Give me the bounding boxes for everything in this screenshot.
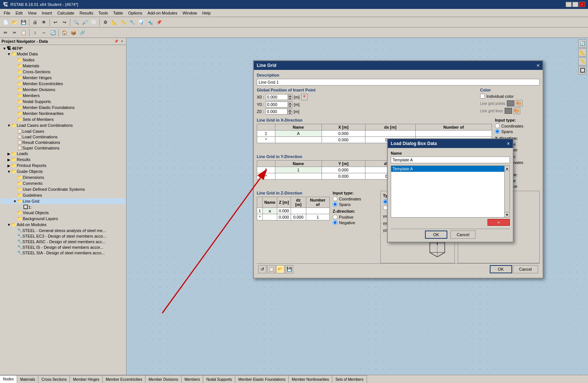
toolbar-extra-7[interactable]: 📌: [155, 18, 163, 26]
sidebar-item-materials[interactable]: 📁 Materials: [1, 63, 125, 69]
y-rowstar-y[interactable]: 0.000: [322, 173, 365, 180]
sidebar-item-load-combinations[interactable]: 📋 Load Combinations: [1, 134, 125, 139]
sidebar-item-steel-aisc[interactable]: 🔧 STEEL AISC - Design of steel members a…: [1, 239, 125, 244]
zoom-in-button[interactable]: 🔍: [72, 18, 80, 26]
x-spans-radio-input[interactable]: [495, 129, 500, 134]
load-dialog-list-item[interactable]: Template A: [391, 166, 509, 172]
sidebar-item-cross-sections[interactable]: 📁 Cross-Sections: [1, 69, 125, 75]
sidebar-item-nodes[interactable]: 📁 Nodes: [1, 57, 125, 63]
bottom-btn-reset[interactable]: ↺: [258, 265, 266, 273]
scrollbar-down[interactable]: ▼: [505, 212, 509, 217]
sidebar-item-line-grid-1[interactable]: 🔲 1:: [1, 204, 125, 210]
toolbar-extra-4[interactable]: 🔧: [128, 18, 136, 26]
load-dialog-close-button[interactable]: ×: [507, 141, 510, 147]
new-button[interactable]: 📄: [1, 18, 10, 26]
sidebar-item-load-cases[interactable]: 📋 Load Cases: [1, 128, 125, 134]
sidebar-item-member-eccentricities[interactable]: 📁 Member Eccentricities: [1, 81, 125, 87]
sidebar-item-member-nonlinearities[interactable]: 📁 Member Nonlinearities: [1, 110, 125, 116]
sidebar-item-result-combinations[interactable]: 📋 Result Combinations: [1, 139, 125, 145]
toolbar-extra-1[interactable]: ⚙: [101, 18, 109, 26]
menu-file[interactable]: File: [1, 10, 13, 16]
tab-cross-sections[interactable]: Cross-Sections: [38, 375, 70, 383]
grid-lines-color-btn[interactable]: 🎨: [514, 107, 520, 114]
toolbar-extra-5[interactable]: 📊: [137, 18, 145, 26]
menu-options[interactable]: Options: [126, 10, 144, 16]
zoom-all-button[interactable]: ⬜: [90, 18, 98, 26]
z0-up[interactable]: ▲: [288, 109, 292, 112]
menu-addon[interactable]: Add-on Modules: [145, 10, 179, 16]
secondary-btn-8[interactable]: 📦: [69, 29, 77, 37]
scrollbar-up[interactable]: ▲: [505, 166, 509, 171]
tab-materials[interactable]: Materials: [17, 375, 39, 383]
z-rowstar-z[interactable]: 0.000: [277, 214, 291, 221]
secondary-btn-6[interactable]: 🔄: [49, 29, 57, 37]
x-rowstar-x[interactable]: 0.000: [322, 137, 365, 143]
sidebar-item-steel-is[interactable]: 🔧 STEEL IS - Design of steel members acc…: [1, 244, 125, 250]
right-btn-2[interactable]: 📐: [578, 48, 587, 57]
tab-member-hinges[interactable]: Member Hinges: [70, 375, 103, 383]
z-coordinates-radio-input[interactable]: [333, 196, 338, 201]
secondary-btn-7[interactable]: 🏠: [60, 29, 68, 37]
load-dialog-cancel-button[interactable]: Cancel: [450, 231, 476, 239]
toolbar-extra-6[interactable]: 🔩: [146, 18, 154, 26]
x0-input[interactable]: [266, 94, 288, 100]
load-dialog-ok-button[interactable]: OK: [425, 231, 447, 239]
x0-down[interactable]: ▼: [288, 97, 293, 100]
root-toggle[interactable]: ▼: [2, 46, 7, 51]
x0-pick-button[interactable]: 📍: [301, 94, 308, 100]
tab-members[interactable]: Members: [182, 375, 204, 383]
toolbar-extra-2[interactable]: 📐: [110, 18, 118, 26]
bottom-btn-save[interactable]: 💾: [285, 265, 293, 273]
secondary-btn-4[interactable]: ↕: [31, 29, 39, 37]
x-row1-name[interactable]: A: [275, 131, 322, 137]
right-btn-3[interactable]: 📏: [578, 57, 587, 65]
z-positive-radio-input[interactable]: [333, 215, 338, 219]
y-row1-name[interactable]: 1: [275, 167, 322, 173]
print-button[interactable]: 🖨: [31, 18, 39, 26]
print-preview-button[interactable]: 👁: [40, 18, 48, 26]
sidebar-item-sets-of-members[interactable]: 📁 Sets of Members: [1, 116, 125, 122]
open-button[interactable]: 📂: [10, 18, 19, 26]
menu-insert[interactable]: Insert: [39, 10, 54, 16]
sidebar-item-user-coord[interactable]: 📁 User-Defined Coordinate Systems: [1, 186, 125, 192]
z-rowstar-dz[interactable]: 0.000: [291, 214, 306, 221]
sidebar-item-member-hinges[interactable]: 📁 Member Hinges: [1, 75, 125, 81]
y-row1-y[interactable]: 0.000: [322, 167, 365, 173]
z-row1-z[interactable]: 0.000: [277, 208, 291, 214]
menu-help[interactable]: Help: [200, 10, 213, 16]
grid-points-color-btn[interactable]: 🎨: [516, 100, 523, 107]
right-btn-1[interactable]: 🔄: [578, 39, 587, 48]
maximize-button[interactable]: □: [572, 2, 578, 7]
sidebar-item-super-combinations[interactable]: 📋 Super Combinations: [1, 145, 125, 151]
tab-member-nonlinearities[interactable]: Member Nonlinearities: [289, 375, 332, 383]
sidebar-item-member-elastic[interactable]: 📁 Member Elastic Foundations: [1, 104, 125, 110]
sidebar-item-comments[interactable]: 📁 Comments: [1, 180, 125, 186]
sidebar-item-results[interactable]: ▶ 📁 Results: [1, 157, 125, 162]
z-rowstar-num[interactable]: 1: [306, 214, 329, 221]
right-btn-4[interactable]: 🔲: [578, 66, 587, 74]
secondary-btn-2[interactable]: ✂: [10, 29, 19, 37]
sidebar-item-members[interactable]: 📁 Members: [1, 93, 125, 99]
sidebar-item-line-grid[interactable]: ▼ 📁 Line Grid: [1, 198, 125, 204]
line-grid-cancel-button[interactable]: Cancel: [513, 265, 538, 273]
tree-root[interactable]: ▼ 🏗 4674*: [1, 46, 125, 51]
sidebar-item-visual-objects[interactable]: 📁 Visual Objects: [1, 210, 125, 216]
x-coordinates-radio-input[interactable]: [495, 123, 500, 128]
sidebar-item-nodal-supports[interactable]: 📁 Nodal Supports: [1, 99, 125, 104]
tab-nodal-supports[interactable]: Nodal Supports: [203, 375, 235, 383]
grid-lines-color-box[interactable]: [505, 108, 512, 114]
close-button[interactable]: ×: [579, 2, 585, 7]
menu-window[interactable]: Window: [180, 10, 199, 16]
undo-button[interactable]: ↩: [51, 18, 60, 26]
sidebar-item-guidelines[interactable]: 📁 Guidelines: [1, 192, 125, 198]
sidebar-item-printout[interactable]: ▶ 📁 Printout Reports: [1, 162, 125, 168]
secondary-btn-3[interactable]: 📋: [19, 29, 28, 37]
menu-tools[interactable]: Tools: [96, 10, 110, 16]
tab-member-divisions[interactable]: Member Divisions: [146, 375, 181, 383]
tab-member-eccentricities[interactable]: Member Eccentricities: [103, 375, 146, 383]
sidebar-item-model-data[interactable]: ▼ 📁 Model Data: [1, 51, 125, 57]
z-spans-radio-input[interactable]: [333, 202, 338, 207]
secondary-btn-9[interactable]: 🔗: [78, 29, 86, 37]
sidebar-item-addon-modules[interactable]: ▼ 📁 Add-on Modules: [1, 222, 125, 228]
z-row1-name[interactable]: a: [263, 208, 277, 214]
